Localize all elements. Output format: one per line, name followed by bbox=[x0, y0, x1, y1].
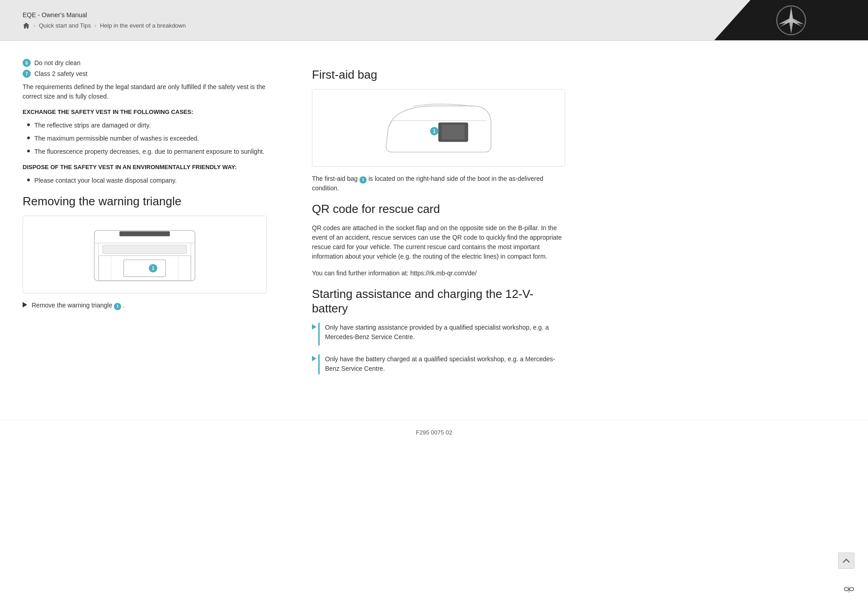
starting-text-1: Only have starting assistance provided b… bbox=[325, 323, 565, 342]
bullet-dot-1 bbox=[27, 123, 30, 126]
starting-bullet-1: Only have starting assistance provided b… bbox=[312, 323, 565, 345]
qr-link-prefix: You can find further information at: bbox=[312, 269, 410, 277]
scroll-up-button[interactable] bbox=[838, 553, 854, 569]
first-aid-description: The first-aid bag 1 is located on the ri… bbox=[312, 174, 565, 193]
right-column: First-aid bag 1 bbox=[294, 59, 565, 383]
exchange-bullet-1: The reflective strips are damaged or dir… bbox=[27, 121, 267, 130]
svg-rect-15 bbox=[124, 260, 166, 277]
qr-link[interactable]: https://rk.mb-qr.com/de/ bbox=[410, 269, 476, 277]
exchange-bullet-list: The reflective strips are damaged or dir… bbox=[27, 121, 267, 156]
butterfly-svg bbox=[844, 585, 854, 594]
item-6-label: Do not dry clean bbox=[34, 59, 80, 66]
badge-7: 7 bbox=[23, 70, 31, 78]
badge-6: 6 bbox=[23, 59, 31, 67]
page-footer: F295 0075 02 bbox=[0, 420, 868, 445]
breadcrumb: › Quick start and Tips › Help in the eve… bbox=[23, 22, 692, 29]
starting-bullet-2: Only have the battery charged at a quali… bbox=[312, 354, 565, 374]
exchange-bullet-2: The maximum permissible number of washes… bbox=[27, 134, 267, 143]
svg-rect-13 bbox=[103, 245, 187, 254]
mercedes-logo bbox=[775, 5, 807, 36]
starting-text-2: Only have the battery charged at a quali… bbox=[325, 354, 565, 373]
page-title: EQE - Owner's Manual bbox=[23, 11, 692, 19]
svg-rect-14 bbox=[119, 231, 170, 236]
breadcrumb-sep-2: › bbox=[94, 23, 96, 29]
page-header: EQE - Owner's Manual › Quick start and T… bbox=[0, 0, 868, 41]
warning-instruction-text: Remove the warning triangle 1 . bbox=[32, 301, 125, 310]
svg-line-19 bbox=[388, 121, 392, 129]
first-aid-heading: First-aid bag bbox=[312, 68, 565, 82]
item-7-label: Class 2 safety vest bbox=[34, 70, 88, 77]
vest-description: The requirements defined by the legal st… bbox=[23, 82, 267, 101]
bookmark-icon[interactable] bbox=[844, 585, 854, 596]
svg-point-5 bbox=[789, 18, 793, 22]
inline-badge-1: 1 bbox=[114, 303, 121, 310]
bullet-dot-3 bbox=[27, 150, 30, 152]
dispose-bullet-list: Please contact your local waste disposal… bbox=[27, 176, 267, 185]
header-content: EQE - Owner's Manual › Quick start and T… bbox=[0, 0, 714, 40]
exchange-heading: EXCHANGE THE SAFETY VEST IN THE FOLLOWIN… bbox=[23, 109, 267, 115]
qr-description: QR codes are attached in the socket flap… bbox=[312, 223, 565, 261]
warning-triangle-illustration: 1 bbox=[23, 216, 267, 293]
breadcrumb-sep-1: › bbox=[33, 23, 35, 29]
first-aid-svg: 1 bbox=[380, 94, 497, 162]
first-aid-illustration: 1 bbox=[312, 89, 565, 167]
dispose-bullet-1: Please contact your local waste disposal… bbox=[27, 176, 267, 185]
home-icon[interactable] bbox=[23, 22, 30, 29]
breadcrumb-quickstart[interactable]: Quick start and Tips bbox=[39, 22, 91, 29]
warning-triangle-heading: Removing the warning triangle bbox=[23, 194, 267, 208]
teal-line-2 bbox=[318, 354, 320, 374]
bullet-dot-2 bbox=[27, 137, 30, 139]
chevron-up-icon bbox=[843, 558, 850, 563]
qr-link-text: You can find further information at: htt… bbox=[312, 269, 565, 278]
qr-heading: QR code for rescue card bbox=[312, 202, 565, 216]
dispose-heading: DISPOSE OF THE SAFETY VEST IN AN ENVIRON… bbox=[23, 164, 267, 170]
svg-text:1: 1 bbox=[433, 129, 436, 134]
warning-triangle-instruction: Remove the warning triangle 1 . bbox=[23, 301, 267, 310]
item-6: 6 Do not dry clean bbox=[23, 59, 267, 67]
bullet-dot-4 bbox=[27, 179, 30, 181]
exchange-bullet-3: The fluorescence property decreases, e.g… bbox=[27, 147, 267, 156]
teal-arrow-2 bbox=[312, 356, 316, 361]
svg-rect-21 bbox=[442, 125, 464, 140]
arrow-icon-1 bbox=[23, 302, 27, 307]
inline-badge-first-aid: 1 bbox=[359, 176, 367, 184]
starting-heading: Starting assistance and charging the 12-… bbox=[312, 287, 565, 315]
doc-number: F295 0075 02 bbox=[416, 429, 452, 436]
warning-triangle-svg: 1 bbox=[86, 221, 203, 288]
teal-line-1 bbox=[318, 323, 320, 345]
svg-text:1: 1 bbox=[152, 266, 155, 271]
teal-arrow-1 bbox=[312, 324, 316, 330]
svg-rect-10 bbox=[99, 256, 191, 281]
left-column: 6 Do not dry clean 7 Class 2 safety vest… bbox=[23, 59, 294, 383]
main-content: 6 Do not dry clean 7 Class 2 safety vest… bbox=[0, 41, 868, 411]
logo-area bbox=[714, 0, 868, 40]
item-7: 7 Class 2 safety vest bbox=[23, 70, 267, 78]
breadcrumb-current: Help in the event of a breakdown bbox=[100, 22, 186, 29]
